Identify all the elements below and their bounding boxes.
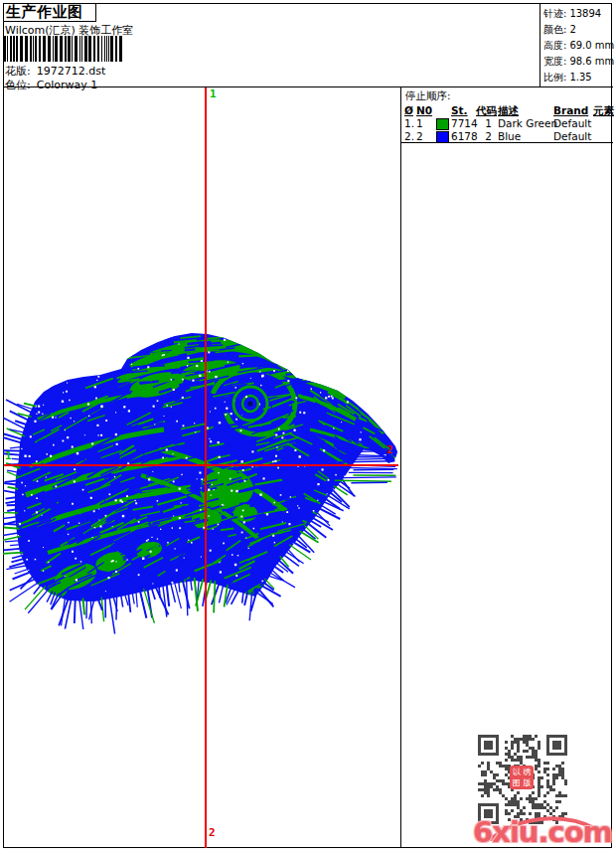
row-seq: 2. bbox=[404, 130, 416, 146]
col-brand: Brand bbox=[553, 104, 593, 117]
stitches-row: 针迹:13894 bbox=[543, 6, 613, 22]
col-code: 代码 bbox=[476, 104, 498, 117]
design-summary-panel: 针迹:13894 颜色:2 高度:69.0 mm 宽度:98.6 mm 比例:1… bbox=[539, 3, 613, 86]
scale-row: 比例:1.35 bbox=[543, 70, 613, 86]
row-desc: Blue bbox=[498, 130, 553, 146]
marker-left: 1 bbox=[5, 449, 12, 462]
col-desc: 描述 bbox=[498, 104, 553, 117]
marker-top: 1 bbox=[210, 87, 217, 100]
color-swatch bbox=[436, 130, 451, 146]
crosshair-vertical-line bbox=[205, 87, 207, 848]
stop-sequence-title: 停止顺序: bbox=[401, 87, 613, 103]
height-row: 高度:69.0 mm bbox=[543, 38, 613, 54]
col-swatch bbox=[436, 104, 451, 117]
embroidery-design-eagle bbox=[3, 87, 401, 848]
page-title: 生产作业图 bbox=[3, 3, 95, 21]
crosshair-horizontal-line bbox=[4, 464, 398, 466]
row-code: 2 bbox=[476, 130, 498, 146]
row-brand: Default bbox=[553, 130, 593, 146]
stop-sequence-panel: 停止顺序: Ø N0 St. 代码 描述 Brand 元素 1. 1 7714 … bbox=[401, 87, 613, 143]
pattern-value: 1972712.dst bbox=[37, 65, 106, 78]
row-n0: 2 bbox=[416, 130, 436, 146]
col-st: St. bbox=[451, 104, 476, 117]
pattern-line: 花版:1972712.dst bbox=[5, 64, 105, 79]
col-n0: N0 bbox=[416, 104, 436, 117]
stop-sequence-header: Ø N0 St. 代码 描述 Brand 元素 bbox=[401, 104, 613, 117]
title-box: 生产作业图 bbox=[3, 3, 96, 22]
marker-right: 2 bbox=[386, 443, 393, 456]
marker-bottom: 2 bbox=[209, 826, 216, 839]
qr-center-stamp: 以绣 图版 bbox=[510, 766, 534, 789]
pattern-label: 花版: bbox=[5, 65, 31, 78]
colors-row: 颜色:2 bbox=[543, 22, 613, 38]
col-element: 元素 bbox=[593, 104, 616, 117]
table-row: 1. 1 7714 1 Dark Green Default bbox=[401, 117, 613, 130]
width-row: 宽度:98.6 mm bbox=[543, 54, 613, 70]
col-num: Ø bbox=[404, 104, 416, 117]
row-element bbox=[593, 130, 616, 146]
site-logo: 6xiu.com bbox=[473, 815, 612, 849]
barcode bbox=[4, 36, 127, 62]
table-row: 2. 2 6178 2 Blue Default bbox=[401, 130, 613, 143]
row-st: 6178 bbox=[451, 130, 476, 146]
eagle-eye bbox=[233, 387, 267, 421]
production-worksheet: 生产作业图 Wilcom(汇京) 装饰工作室 花版:1972712.dst 色位… bbox=[0, 0, 616, 855]
